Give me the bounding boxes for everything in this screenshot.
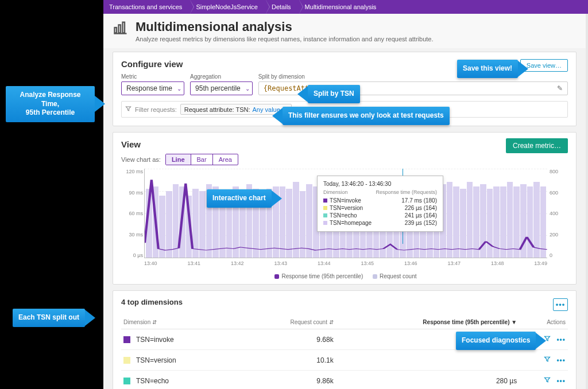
callout-focused: Focused diagnostics — [456, 332, 536, 350]
page-subtitle: Analyze request metrics by dimensions li… — [136, 36, 434, 42]
chevron-down-icon: ⌄ — [177, 85, 181, 92]
y-axis-right: 800 600 400 200 0 — [550, 169, 567, 258]
col-dimension[interactable]: Dimension ⇵ — [121, 316, 247, 329]
metric-dropdown[interactable]: Response time⌄ — [121, 81, 184, 95]
chart[interactable]: 120 ms 90 ms 60 ms 30 ms 0 µs 800 600 40… — [144, 169, 547, 272]
filter-label: Filter requests: — [135, 106, 177, 113]
left-gutter — [0, 0, 103, 389]
row-filter-icon[interactable] — [544, 376, 551, 385]
row-filter-icon[interactable] — [544, 356, 551, 364]
chart-tooltip: Today, 13:46:20 - 13:46:30 DimensionResp… — [317, 176, 443, 232]
row-more-icon[interactable]: ••• — [556, 336, 566, 344]
col-response-time[interactable]: Response time (95th percentile) ▼ — [336, 316, 519, 329]
col-request-count[interactable]: Request count ⇵ — [247, 316, 336, 329]
svg-rect-0 — [115, 28, 117, 33]
y-axis-left: 120 ms 90 ms 60 ms 30 ms 0 µs — [121, 169, 143, 258]
plot-area[interactable]: Today, 13:46:20 - 13:46:30 DimensionResp… — [144, 169, 547, 258]
svg-rect-2 — [123, 22, 125, 33]
breadcrumb-item-current: Multidimensional analysis — [299, 0, 385, 14]
callout-split: Split by TSN — [308, 85, 360, 103]
filter-icon — [125, 105, 131, 114]
callout-save: Save this view! — [457, 60, 518, 78]
breadcrumb-item[interactable]: SimpleNodeJsService — [190, 0, 266, 14]
row-more-icon[interactable]: ••• — [556, 377, 566, 385]
callout-filter: This filter ensures we only look at test… — [283, 107, 450, 125]
chart-type-line[interactable]: Line — [166, 154, 191, 165]
table-row[interactable]: TSN=echo9.86k280 µs••• — [121, 371, 568, 390]
breadcrumb-item[interactable]: Transactions and services — [103, 0, 190, 14]
chevron-down-icon: ⌄ — [245, 85, 250, 92]
view-title: View — [121, 139, 568, 149]
breadcrumb-item[interactable]: Details — [266, 0, 299, 14]
table-row[interactable]: TSN=version10.1k••• — [121, 350, 568, 371]
callout-each: Each TSN split out — [13, 309, 85, 327]
dimensions-title: 4 top dimensions — [121, 298, 183, 306]
more-options-button[interactable]: ••• — [553, 298, 568, 311]
aggregation-dropdown[interactable]: 95th percentile⌄ — [190, 81, 253, 95]
aggregation-label: Aggregation — [190, 73, 253, 80]
x-axis: 13:4013:4113:4213:4313:4413:4513:4613:47… — [144, 260, 547, 272]
col-actions: Actions — [519, 316, 568, 329]
breadcrumb: Transactions and services SimpleNodeJsSe… — [103, 0, 588, 14]
view-toggle: View chart as: Line Bar Area — [121, 154, 568, 165]
row-more-icon[interactable]: ••• — [556, 356, 566, 364]
edit-icon[interactable]: ✎ — [557, 84, 563, 92]
metric-label: Metric — [121, 73, 184, 80]
chart-type-area[interactable]: Area — [213, 154, 238, 165]
dimensions-table: Dimension ⇵ Request count ⇵ Response tim… — [121, 316, 568, 389]
view-card: Create metric… View View chart as: Line … — [113, 132, 577, 285]
page-header: Multidimensional analysis Analyze reques… — [103, 14, 586, 48]
callout-analyze: Analyze Response Time, 95th Percentile — [6, 86, 95, 122]
create-metric-button[interactable]: Create metric… — [506, 138, 568, 153]
callout-interactive: Interactive chart — [207, 189, 272, 208]
chart-icon — [113, 20, 129, 37]
chart-legend: Response time (95th percentile) Request … — [121, 273, 568, 279]
page-title: Multidimensional analysis — [136, 20, 434, 34]
chart-type-bar[interactable]: Bar — [191, 154, 213, 165]
svg-rect-1 — [119, 25, 121, 33]
